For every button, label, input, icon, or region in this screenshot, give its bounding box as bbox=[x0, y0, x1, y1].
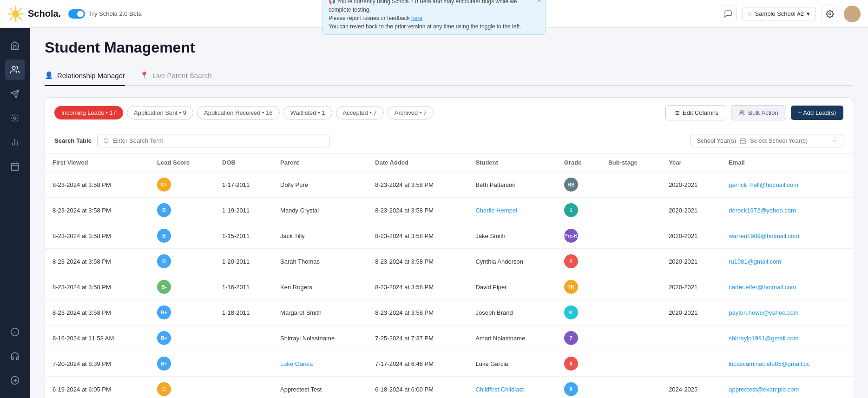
sidebar-item-megaphone[interactable] bbox=[5, 84, 25, 104]
school-name: Sample School #2 bbox=[755, 10, 804, 17]
add-lead-button[interactable]: + Add Lead(s) bbox=[791, 106, 843, 120]
table-row: 8-23-2024 at 3:58 PM B- 1-16-2011 Ken Ro… bbox=[45, 274, 853, 300]
sidebar-item-tools[interactable] bbox=[5, 108, 25, 128]
school-selector[interactable]: ◇ Sample School #2 ▾ bbox=[742, 7, 816, 20]
col-date-added: Date Added bbox=[368, 153, 468, 172]
grade-badge: 7 bbox=[564, 331, 578, 345]
cell-grade: K bbox=[557, 300, 601, 325]
sidebar-item-arrow[interactable] bbox=[5, 370, 25, 391]
cell-date-added: 7-25-2024 at 7:37 PM bbox=[368, 325, 468, 351]
cell-parent: Apprectest Test bbox=[273, 377, 368, 398]
cell-dob: 1-18-2011 bbox=[215, 300, 273, 325]
parent-link[interactable]: Luke Garcia bbox=[280, 360, 313, 367]
filter-accepted[interactable]: Accepted • 7 bbox=[336, 106, 384, 119]
search-input[interactable] bbox=[113, 137, 323, 144]
notification-close-icon[interactable]: ✕ bbox=[537, 0, 541, 5]
col-parent: Parent bbox=[273, 153, 368, 172]
cell-email: warren1989@hotmail.com bbox=[721, 223, 853, 249]
cell-dob: 1-20-2011 bbox=[215, 249, 273, 274]
cell-lead-score: B bbox=[150, 249, 215, 274]
table-row: 8-23-2024 at 3:58 PM B+ 1-18-2011 Margar… bbox=[45, 300, 853, 325]
cell-year: 2020-2021 bbox=[661, 274, 721, 300]
cell-year: 2024-2025 bbox=[661, 377, 721, 398]
chat-button[interactable] bbox=[720, 6, 736, 22]
filter-waitlisted[interactable]: Waitlisted • 1 bbox=[283, 106, 332, 119]
student-link[interactable]: Childfirst Childlast bbox=[475, 386, 524, 393]
cell-first-viewed: 8-23-2024 at 3:58 PM bbox=[45, 300, 150, 325]
cell-lead-score: B- bbox=[150, 274, 215, 300]
cell-dob: 1-15-2011 bbox=[215, 223, 273, 249]
svg-line-5 bbox=[10, 8, 12, 10]
bulk-action-icon bbox=[739, 110, 745, 116]
beta-toggle-switch[interactable] bbox=[68, 9, 85, 19]
cell-student: Cynthia Anderson bbox=[468, 249, 556, 274]
cell-student: Childfirst Childlast bbox=[468, 377, 556, 398]
cell-year: 2020-2021 bbox=[661, 300, 721, 325]
search-bar: Search Table School Year(s) bbox=[45, 128, 853, 153]
user-avatar[interactable] bbox=[844, 6, 861, 22]
school-year-input[interactable] bbox=[750, 137, 828, 144]
cell-parent: Dolly Pure bbox=[273, 172, 368, 198]
sidebar-item-students[interactable] bbox=[5, 60, 25, 80]
notification-line2: Please report issues or feedback bbox=[329, 15, 411, 21]
cell-date-added: 6-18-2024 at 6:00 PM bbox=[368, 377, 468, 398]
bulk-action-button[interactable]: Bulk Action bbox=[731, 105, 786, 120]
sidebar-item-calendar[interactable] bbox=[5, 156, 25, 177]
search-input-wrapper bbox=[97, 134, 329, 147]
sidebar-item-info[interactable] bbox=[5, 322, 25, 342]
table-row: 7-20-2024 at 8:39 PM B+ Luke Garcia 7-17… bbox=[45, 351, 853, 377]
cell-date-added: 8-23-2024 at 3:58 PM bbox=[368, 249, 468, 274]
filter-application-sent[interactable]: Application Sent • 9 bbox=[127, 106, 193, 119]
student-name: Joseph Brand bbox=[475, 309, 513, 316]
cell-email: ru1981@gmail.com bbox=[721, 249, 853, 274]
sidebar-item-home[interactable] bbox=[5, 35, 25, 56]
top-navigation: Schola. Try Schola 2.0 Beta 📢 You're cur… bbox=[0, 0, 868, 28]
settings-button[interactable] bbox=[822, 6, 838, 22]
notification-icon: 📢 bbox=[329, 0, 335, 5]
notification-link[interactable]: here bbox=[411, 15, 422, 21]
cell-grade: Pre-K bbox=[557, 223, 601, 249]
student-link[interactable]: Charlie Hempel bbox=[475, 207, 517, 214]
svg-line-8 bbox=[10, 17, 12, 19]
cell-parent: Shirrayl Nolastname bbox=[273, 325, 368, 351]
tab-relationship-manager-label: Relationship Manager bbox=[57, 72, 125, 80]
filter-application-received[interactable]: Application Received • 16 bbox=[197, 106, 280, 119]
cell-year: 2020-2021 bbox=[661, 172, 721, 198]
cell-dob: 1-17-2011 bbox=[215, 172, 273, 198]
cell-student: Jake Smith bbox=[468, 223, 556, 249]
table-scroll-container[interactable]: First Viewed Lead Score DOB Parent Date … bbox=[45, 153, 853, 398]
svg-point-31 bbox=[740, 110, 743, 113]
notification-line1: You're currently using Schola 2.0 Beta a… bbox=[329, 0, 517, 13]
diamond-icon: ◇ bbox=[748, 11, 752, 16]
chevron-down-icon bbox=[832, 138, 837, 144]
app-layout: Student Management 👤 Relationship Manage… bbox=[0, 28, 868, 398]
cell-grade: 2 bbox=[557, 249, 601, 274]
filter-archived[interactable]: Archived • 7 bbox=[388, 106, 434, 119]
cell-year: 2020-2021 bbox=[661, 198, 721, 223]
filter-incoming-leads[interactable]: Incoming Leads • 17 bbox=[54, 106, 123, 119]
cell-year bbox=[661, 325, 721, 351]
tab-relationship-manager[interactable]: 👤 Relationship Manager bbox=[45, 67, 125, 86]
notification-line3: You can revert back to the prior version… bbox=[329, 23, 521, 30]
student-name: Beth Patterson bbox=[475, 181, 515, 188]
cell-grade: 1 bbox=[557, 198, 601, 223]
cell-grade: TK bbox=[557, 274, 601, 300]
cell-sub-stage bbox=[601, 300, 661, 325]
student-name: Cynthia Anderson bbox=[475, 258, 523, 265]
notification-banner: 📢 You're currently using Schola 2.0 Beta… bbox=[322, 0, 546, 35]
cell-lead-score: C+ bbox=[150, 172, 215, 198]
cell-date-added: 7-17-2024 at 6:46 PM bbox=[368, 351, 468, 377]
sidebar-item-chart[interactable] bbox=[5, 132, 25, 153]
cell-grade: HS bbox=[557, 172, 601, 198]
parent-name: Ken Rogers bbox=[280, 284, 312, 291]
svg-line-6 bbox=[20, 17, 21, 19]
main-tabs: 👤 Relationship Manager 📍 Live Parent Sea… bbox=[45, 67, 853, 86]
col-student: Student bbox=[468, 153, 556, 172]
cell-first-viewed: 8-23-2024 at 3:58 PM bbox=[45, 249, 150, 274]
svg-point-9 bbox=[829, 13, 831, 15]
edit-columns-button[interactable]: Edit Columns bbox=[665, 105, 726, 120]
tab-live-parent-search[interactable]: 📍 Live Parent Search bbox=[140, 67, 212, 86]
relationship-manager-icon: 👤 bbox=[45, 71, 53, 80]
sidebar-item-headset[interactable] bbox=[5, 346, 25, 366]
cell-first-viewed: 7-20-2024 at 8:39 PM bbox=[45, 351, 150, 377]
